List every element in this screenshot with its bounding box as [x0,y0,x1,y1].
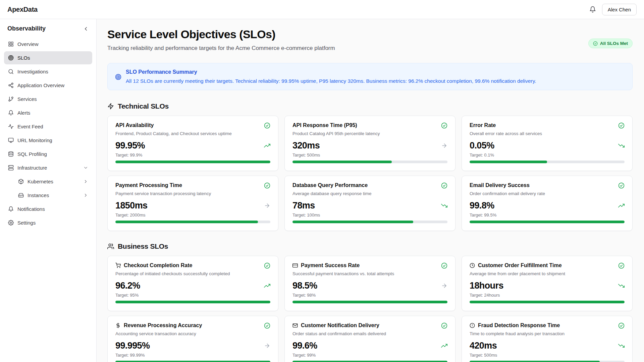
slo-target-label: Target: 500ms [292,153,447,158]
monitor-icon [8,137,14,143]
git-branch-icon [8,96,14,102]
slo-progress-bar [292,361,447,362]
arrow-right-icon [264,202,270,209]
sidebar-item-label: URL Monitoring [17,137,52,143]
slo-card-customer-notification-delivery: Customer Notification Delivery Order sta… [284,316,455,362]
slo-summary-banner: SLO Performance Summary All 12 SLOs are … [107,63,633,90]
sidebar-item-application-overview[interactable]: Application Overview [4,79,92,92]
slo-card-payment-processing-time: Payment Processing Time Payment service … [107,176,278,231]
slo-target-label: Target: 100ms [292,213,447,218]
badge-label: All SLOs Met [600,41,628,46]
slo-current-value: 1850ms [115,200,148,211]
main-content: Service Level Objectives (SLOs) Tracking… [97,19,644,362]
slo-card-payment-success-rate: Payment Success Rate Successful payment … [284,256,455,311]
package-icon [18,179,24,184]
slo-target-label: Target: 95% [115,293,270,298]
status-met-check-icon [264,262,270,269]
slo-card-description: Accounting service transaction accuracy [115,331,270,336]
sidebar-item-investigations[interactable]: Investigations [4,65,92,78]
slo-progress-fill [115,161,270,163]
check-circle-icon [593,41,598,46]
sidebar-item-sql-profiling[interactable]: SQL Profiling [4,147,92,161]
slo-target-label: Target: 99.5% [470,213,625,218]
slo-card-description: Time to complete fraud analysis per tran… [470,331,625,336]
target-icon [8,55,14,61]
business-slos-section: Business SLOs Checkout Completion Rate P… [107,242,633,362]
sidebar-nav: Overview SLOs Investigations Application… [4,38,92,229]
sidebar-item-overview[interactable]: Overview [4,38,92,51]
slo-card-email-delivery-success: Email Delivery Success Order confirmatio… [462,176,633,231]
status-met-check-icon [618,122,625,129]
slo-current-value: 99.6% [292,341,317,351]
slo-card-description: Product Catalog API 95th percentile late… [292,131,447,136]
sidebar-item-label: Instances [28,192,49,198]
sidebar-item-alerts[interactable]: Alerts [4,106,92,119]
trend-up-icon [264,283,270,289]
sidebar-item-infrastructure[interactable]: Infrastructure [4,161,92,174]
slo-card-revenue-processing-accuracy: Revenue Processing Accuracy Accounting s… [107,316,278,362]
sidebar-item-event-feed[interactable]: Event Feed [4,120,92,133]
status-met-check-icon [264,122,270,129]
section-title: Business SLOs [118,242,168,250]
bell-icon [589,6,596,13]
user-menu-button[interactable]: Alex Chen [602,4,637,15]
top-bar: ApexData Alex Chen [0,0,644,19]
sidebar-item-slos[interactable]: SLOs [4,51,92,64]
sidebar-item-label: SQL Profiling [17,151,47,157]
slo-current-value: 99.8% [470,200,494,211]
status-met-check-icon [264,182,270,189]
slo-card-title: Customer Notification Delivery [301,322,379,328]
slo-progress-fill [470,361,600,362]
slo-progress-bar [292,161,447,163]
slo-card-description: Order status and confirmation emails del… [292,331,447,336]
dollar-icon [115,323,121,328]
slo-card-fraud-detection-response-time: Fraud Detection Response Time Time to co… [462,316,633,362]
slo-card-description: Percentage of initiated checkouts succes… [115,271,270,276]
slo-progress-bar [115,221,270,223]
slo-progress-fill [470,301,625,303]
sidebar-item-notifications[interactable]: Notifications [4,202,92,216]
search-icon [8,69,14,74]
sidebar-item-label: Application Overview [17,82,64,88]
sidebar-item-kubernetes[interactable]: Kubernetes [14,175,92,188]
sidebar-item-label: Investigations [17,69,48,74]
status-met-check-icon [618,182,625,189]
slo-card-title: Fraud Detection Response Time [478,322,560,328]
all-slos-met-badge: All SLOs Met [588,39,633,48]
notifications-bell-button[interactable] [589,6,596,13]
cart-icon [115,263,121,268]
page-title: Service Level Objectives (SLOs) [107,28,335,41]
sidebar-item-label: Alerts [17,110,30,116]
slo-progress-fill [115,301,270,303]
sidebar-item-url-monitoring[interactable]: URL Monitoring [4,134,92,147]
activity-icon [8,124,14,129]
slo-card-error-rate: Error Rate Overall error rate across all… [462,116,633,171]
slo-current-value: 99.995% [115,341,150,351]
slo-progress-fill [292,361,447,362]
sidebar-item-settings[interactable]: Settings [4,216,92,229]
arrow-right-icon [441,142,447,149]
slo-current-value: 320ms [292,140,320,151]
slo-card-title: Email Delivery Success [470,182,530,188]
sidebar-item-services[interactable]: Services [4,93,92,106]
slo-progress-bar [470,301,625,303]
slo-card-title: API Availability [115,122,154,128]
slo-progress-fill [470,161,547,163]
chevron-right-icon [83,193,88,198]
slo-card-checkout-completion-rate: Checkout Completion Rate Percentage of i… [107,256,278,311]
slo-card-title: Checkout Completion Rate [124,262,192,268]
page-subtitle: Tracking reliability and performance tar… [107,45,335,52]
sidebar-item-label: Services [17,96,37,102]
sidebar-item-label: Event Feed [17,124,43,129]
slo-card-title: Database Query Performance [292,182,368,188]
slo-target-label: Target: 98% [292,293,447,298]
sidebar-item-instances[interactable]: Instances [14,189,92,202]
sidebar-collapse-button[interactable] [83,26,89,32]
slo-progress-fill [470,221,625,223]
slo-target-label: Target: 2000ms [115,213,270,218]
status-met-check-icon [441,322,447,329]
sidebar-title: Observability [7,25,46,32]
slo-card-description: Successful payment transactions vs. tota… [292,271,447,276]
slo-target-label: Target: 24hours [470,293,625,298]
status-met-check-icon [441,122,447,129]
